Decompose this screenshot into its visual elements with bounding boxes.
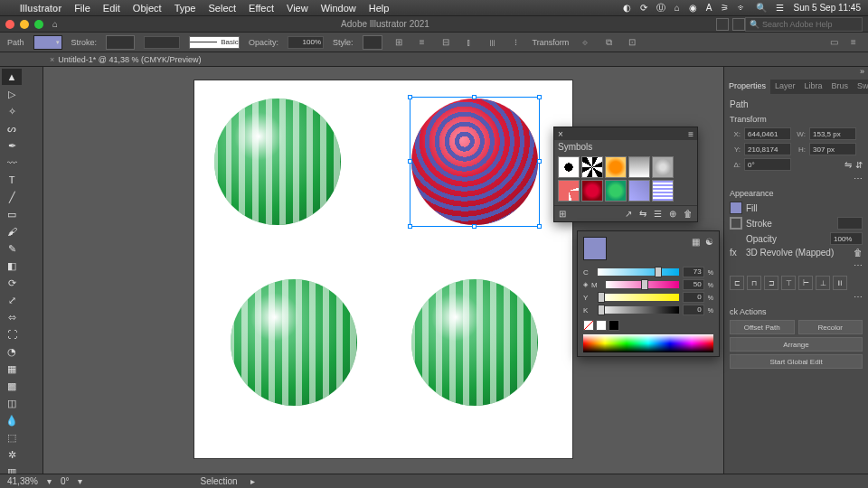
align-center-v-icon[interactable]: ⊢ <box>798 276 813 290</box>
close-tab-icon[interactable]: × <box>50 55 54 64</box>
fill-swatch-dropdown[interactable] <box>33 35 62 50</box>
black-swatch[interactable] <box>609 320 619 331</box>
rotate-input[interactable]: 0° <box>744 158 791 171</box>
h-input[interactable]: 307 px <box>809 143 856 155</box>
shape-builder-tool[interactable]: ◔ <box>2 343 22 360</box>
symbol-swatch[interactable] <box>628 180 650 202</box>
more-options-icon[interactable]: ⋯ <box>854 174 863 183</box>
align-icon[interactable]: ≡ <box>415 35 429 50</box>
symbol-library-icon[interactable]: ⊞ <box>559 209 566 219</box>
artwork-green-sphere[interactable] <box>231 279 357 406</box>
document-tab[interactable]: Untitled-1* @ 41,38 % (CMYK/Preview) <box>58 55 201 64</box>
artboard[interactable] <box>193 80 573 459</box>
shaper-tool[interactable]: ✎ <box>2 240 22 257</box>
titlebar-button[interactable] <box>716 18 729 31</box>
selection-tool[interactable]: ▲ <box>2 69 22 85</box>
menu-edit[interactable]: Edit <box>103 3 120 14</box>
symbol-options-icon[interactable]: ☰ <box>654 209 662 219</box>
align-icon[interactable]: ⊞ <box>392 35 406 50</box>
black-slider[interactable] <box>598 306 679 314</box>
menu-object[interactable]: Object <box>133 3 162 14</box>
align-bottom-icon[interactable]: ⊥ <box>816 276 830 290</box>
offset-path-button[interactable]: Offset Path <box>730 320 795 334</box>
isolate-icon[interactable]: ⊡ <box>625 35 639 50</box>
color-mode-icon[interactable]: ▦ <box>692 237 700 247</box>
clock[interactable]: Sun 5 Sep 11:45 <box>793 3 861 13</box>
direct-selection-tool[interactable]: ▷ <box>2 86 22 102</box>
global-edit-button[interactable]: Start Global Edit <box>730 354 863 369</box>
menu-help[interactable]: Help <box>369 3 390 14</box>
wifi-icon[interactable]: ᯤ <box>738 3 747 13</box>
menu-type[interactable]: Type <box>175 3 196 14</box>
artwork-green-sphere[interactable] <box>214 99 341 225</box>
eyedropper-tool[interactable]: 💧 <box>2 412 22 428</box>
gradient-tool[interactable]: ◫ <box>2 395 22 411</box>
symbol-swatch[interactable] <box>581 156 603 178</box>
transform-link[interactable]: Transform <box>533 38 570 47</box>
symbol-swatch[interactable] <box>558 156 580 178</box>
fill-swatch[interactable] <box>730 202 742 214</box>
align-left-icon[interactable]: ⊏ <box>730 276 744 290</box>
opacity-input[interactable]: 100% <box>830 232 863 245</box>
lasso-tool[interactable]: ᔕ <box>2 120 22 136</box>
width-tool[interactable]: ⬄ <box>2 309 22 325</box>
cyan-slider[interactable] <box>598 268 679 276</box>
line-tool[interactable]: ╱ <box>2 189 22 205</box>
selection-bounds[interactable] <box>410 97 540 227</box>
tab-swatches[interactable]: Swat <box>853 80 868 94</box>
distribute-icon[interactable]: ⫼ <box>833 276 847 290</box>
control-center-icon[interactable]: ☰ <box>776 3 784 13</box>
stroke-weight-input[interactable] <box>144 36 180 49</box>
flip-v-icon[interactable]: ⇵ <box>855 160 863 170</box>
align-icon[interactable]: ⫶ <box>509 35 524 50</box>
white-swatch[interactable] <box>596 320 607 331</box>
more-options-icon[interactable]: ⋯ <box>854 292 863 302</box>
align-center-h-icon[interactable]: ⊓ <box>747 276 761 290</box>
flip-h-icon[interactable]: ⇋ <box>844 160 852 170</box>
align-icon[interactable]: ⫼ <box>486 35 500 50</box>
magenta-value[interactable]: 50 <box>683 279 704 290</box>
menu-effect[interactable]: Effect <box>249 3 274 14</box>
artwork-green-sphere[interactable] <box>411 279 538 406</box>
paintbrush-tool[interactable]: 🖌 <box>2 223 22 239</box>
brush-basic[interactable]: Basic <box>221 38 239 46</box>
new-symbol-icon[interactable]: ⊕ <box>669 209 676 219</box>
type-tool[interactable]: T <box>2 172 22 188</box>
app-name[interactable]: Illustrator <box>20 3 61 14</box>
symbol-swatch[interactable] <box>652 156 674 178</box>
panel-toggle-icon[interactable]: ≡ <box>846 35 861 50</box>
blend-tool[interactable]: ⬚ <box>2 429 22 446</box>
rotate-tool[interactable]: ⟳ <box>2 275 22 291</box>
align-top-icon[interactable]: ⊤ <box>781 276 796 290</box>
menu-view[interactable]: View <box>287 3 308 14</box>
close-icon[interactable] <box>5 20 14 29</box>
panel-close-icon[interactable]: × <box>558 129 563 139</box>
tab-properties[interactable]: Properties <box>724 80 770 94</box>
titlebar-button[interactable] <box>732 18 745 31</box>
symbol-sprayer-tool[interactable]: ✲ <box>2 446 22 463</box>
menu-select[interactable]: Select <box>208 3 236 14</box>
symbol-swatch[interactable] <box>581 180 603 202</box>
menu-file[interactable]: File <box>74 3 90 14</box>
symbol-swatch[interactable] <box>628 156 650 178</box>
symbols-panel[interactable]: ×≡ Symbols ⊞ ↗ ⇆ ☰ ⊕ 🗑 <box>553 127 698 222</box>
w-input[interactable]: 153,5 px <box>809 127 856 140</box>
cyan-value[interactable]: 73 <box>683 267 704 277</box>
x-input[interactable]: 644,0461 <box>744 127 791 140</box>
effect-name[interactable]: 3D Revolve (Mapped) <box>746 248 834 258</box>
color-preview[interactable] <box>583 237 607 260</box>
delete-effect-icon[interactable]: 🗑 <box>854 248 863 258</box>
curvature-tool[interactable]: 〰 <box>2 155 22 171</box>
pen-tool[interactable]: ✒ <box>2 137 22 154</box>
scale-tool[interactable]: ⤢ <box>2 292 22 308</box>
symbol-swatch[interactable] <box>605 180 627 202</box>
window-controls[interactable] <box>5 20 43 29</box>
y-input[interactable]: 210,8174 <box>744 143 791 155</box>
help-search[interactable]: Search Adobe Help <box>745 17 863 32</box>
magenta-slider[interactable] <box>606 281 679 288</box>
free-transform-tool[interactable]: ⛶ <box>2 326 22 343</box>
more-options-icon[interactable]: ⋯ <box>854 260 863 270</box>
stroke-swatch-dropdown[interactable] <box>106 35 135 50</box>
align-icon[interactable]: ⊟ <box>439 35 453 50</box>
zoom-level[interactable]: 41,38% <box>7 476 38 486</box>
